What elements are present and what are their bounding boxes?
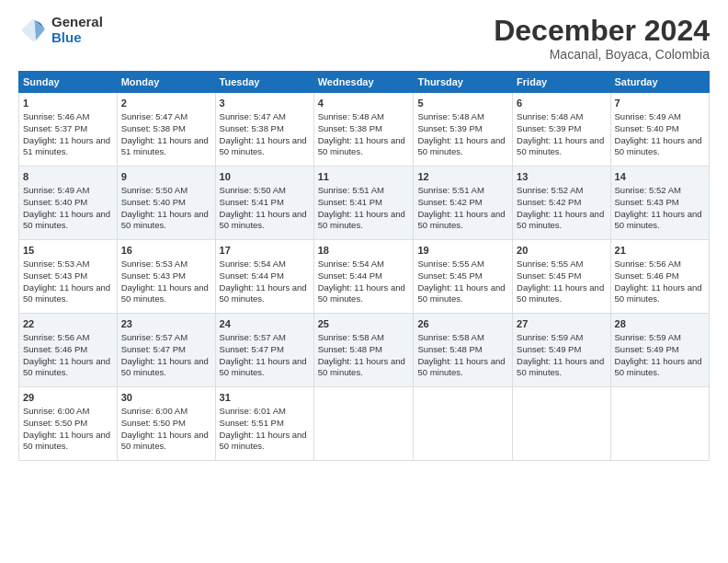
day-number: 16	[121, 244, 211, 258]
sunset-label: Sunset: 5:42 PM	[517, 197, 581, 207]
week-row-4: 22 Sunrise: 5:56 AM Sunset: 5:46 PM Dayl…	[19, 314, 710, 387]
sunset-label: Sunset: 5:40 PM	[121, 197, 186, 207]
calendar-cell: 14 Sunrise: 5:52 AM Sunset: 5:43 PM Dayl…	[610, 167, 709, 240]
daylight-label: Daylight: 11 hours and 50 minutes.	[121, 430, 209, 452]
calendar-cell	[414, 387, 513, 461]
calendar-cell: 23 Sunrise: 5:57 AM Sunset: 5:47 PM Dayl…	[117, 314, 215, 387]
calendar-cell: 24 Sunrise: 5:57 AM Sunset: 5:47 PM Dayl…	[215, 314, 313, 387]
sunset-label: Sunset: 5:37 PM	[23, 123, 87, 133]
day-number: 24	[220, 317, 310, 331]
calendar-cell: 8 Sunrise: 5:49 AM Sunset: 5:40 PM Dayli…	[19, 167, 118, 240]
daylight-label: Daylight: 11 hours and 50 minutes.	[417, 356, 505, 378]
sunrise-label: Sunrise: 5:53 AM	[121, 259, 188, 269]
month-title: December 2024	[494, 15, 710, 47]
day-number: 28	[615, 317, 705, 331]
daylight-label: Daylight: 11 hours and 50 minutes.	[220, 282, 307, 304]
sunrise-label: Sunrise: 5:47 AM	[220, 111, 286, 121]
calendar-cell: 1 Sunrise: 5:46 AM Sunset: 5:37 PM Dayli…	[19, 93, 118, 167]
daylight-label: Daylight: 11 hours and 50 minutes.	[220, 356, 307, 378]
sunset-label: Sunset: 5:48 PM	[417, 344, 482, 354]
calendar-cell: 2 Sunrise: 5:47 AM Sunset: 5:38 PM Dayli…	[117, 93, 215, 167]
day-number: 8	[23, 170, 113, 184]
sunset-label: Sunset: 5:47 PM	[220, 344, 284, 354]
day-number: 4	[318, 97, 410, 110]
logo-general-text: General	[51, 15, 103, 30]
sunrise-label: Sunrise: 5:47 AM	[121, 111, 188, 121]
sunset-label: Sunset: 5:39 PM	[417, 123, 482, 133]
sunset-label: Sunset: 5:51 PM	[220, 418, 284, 428]
title-area: December 2024 Macanal, Boyaca, Colombia	[494, 15, 710, 62]
day-number: 21	[615, 244, 705, 258]
daylight-label: Daylight: 11 hours and 50 minutes.	[23, 430, 110, 452]
calendar-cell: 30 Sunrise: 6:00 AM Sunset: 5:50 PM Dayl…	[117, 387, 215, 461]
sunrise-label: Sunrise: 5:52 AM	[517, 185, 583, 195]
daylight-label: Daylight: 11 hours and 50 minutes.	[615, 135, 702, 157]
daylight-label: Daylight: 11 hours and 51 minutes.	[23, 135, 110, 157]
sunset-label: Sunset: 5:44 PM	[220, 270, 284, 281]
sunrise-label: Sunrise: 5:58 AM	[417, 332, 483, 342]
sunset-label: Sunset: 5:39 PM	[517, 123, 581, 133]
col-sunday: Sunday	[19, 72, 118, 93]
day-number: 14	[615, 170, 705, 184]
day-number: 12	[417, 170, 508, 184]
calendar-cell: 19 Sunrise: 5:55 AM Sunset: 5:45 PM Dayl…	[414, 240, 513, 314]
sunset-label: Sunset: 5:43 PM	[615, 197, 679, 207]
day-number: 17	[220, 244, 310, 258]
sunset-label: Sunset: 5:40 PM	[23, 197, 87, 207]
calendar-cell: 10 Sunrise: 5:50 AM Sunset: 5:41 PM Dayl…	[215, 167, 313, 240]
location: Macanal, Boyaca, Colombia	[494, 47, 710, 62]
calendar-cell	[513, 387, 610, 461]
calendar-cell: 9 Sunrise: 5:50 AM Sunset: 5:40 PM Dayli…	[117, 167, 215, 240]
calendar-header: Sunday Monday Tuesday Wednesday Thursday…	[19, 72, 710, 93]
day-number: 11	[318, 170, 410, 184]
page: General Blue December 2024 Macanal, Boya…	[0, 0, 728, 563]
day-number: 19	[417, 244, 508, 258]
sunrise-label: Sunrise: 5:52 AM	[615, 185, 681, 195]
sunrise-label: Sunrise: 5:48 AM	[318, 111, 384, 121]
daylight-label: Daylight: 11 hours and 50 minutes.	[318, 356, 405, 378]
calendar-cell: 15 Sunrise: 5:53 AM Sunset: 5:43 PM Dayl…	[19, 240, 118, 314]
day-number: 29	[23, 391, 113, 405]
sunset-label: Sunset: 5:42 PM	[417, 197, 482, 207]
col-monday: Monday	[117, 72, 215, 93]
calendar-cell: 6 Sunrise: 5:48 AM Sunset: 5:39 PM Dayli…	[513, 93, 610, 167]
calendar-cell: 16 Sunrise: 5:53 AM Sunset: 5:43 PM Dayl…	[117, 240, 215, 314]
sunset-label: Sunset: 5:38 PM	[318, 123, 382, 133]
week-row-1: 1 Sunrise: 5:46 AM Sunset: 5:37 PM Dayli…	[19, 93, 710, 167]
sunrise-label: Sunrise: 5:57 AM	[220, 332, 286, 342]
daylight-label: Daylight: 11 hours and 50 minutes.	[318, 209, 405, 231]
sunrise-label: Sunrise: 5:54 AM	[318, 259, 384, 269]
calendar-cell: 5 Sunrise: 5:48 AM Sunset: 5:39 PM Dayli…	[414, 93, 513, 167]
daylight-label: Daylight: 11 hours and 50 minutes.	[517, 209, 604, 231]
calendar-cell: 29 Sunrise: 6:00 AM Sunset: 5:50 PM Dayl…	[19, 387, 118, 461]
calendar-cell: 21 Sunrise: 5:56 AM Sunset: 5:46 PM Dayl…	[610, 240, 709, 314]
sunrise-label: Sunrise: 5:59 AM	[517, 332, 583, 342]
calendar-cell: 18 Sunrise: 5:54 AM Sunset: 5:44 PM Dayl…	[313, 240, 414, 314]
daylight-label: Daylight: 11 hours and 50 minutes.	[121, 282, 209, 304]
day-number: 27	[517, 317, 606, 331]
sunset-label: Sunset: 5:47 PM	[121, 344, 186, 354]
sunrise-label: Sunrise: 5:58 AM	[318, 332, 384, 342]
calendar-cell: 22 Sunrise: 5:56 AM Sunset: 5:46 PM Dayl…	[19, 314, 118, 387]
sunrise-label: Sunrise: 5:54 AM	[220, 259, 286, 269]
calendar-cell: 27 Sunrise: 5:59 AM Sunset: 5:49 PM Dayl…	[513, 314, 610, 387]
col-thursday: Thursday	[414, 72, 513, 93]
sunrise-label: Sunrise: 5:49 AM	[615, 111, 681, 121]
sunset-label: Sunset: 5:43 PM	[23, 270, 87, 281]
calendar-cell: 25 Sunrise: 5:58 AM Sunset: 5:48 PM Dayl…	[313, 314, 414, 387]
sunrise-label: Sunrise: 6:00 AM	[121, 406, 188, 416]
sunset-label: Sunset: 5:46 PM	[615, 270, 679, 281]
calendar-cell	[610, 387, 709, 461]
sunset-label: Sunset: 5:49 PM	[517, 344, 581, 354]
sunrise-label: Sunrise: 6:01 AM	[220, 406, 286, 416]
calendar-table: Sunday Monday Tuesday Wednesday Thursday…	[18, 71, 710, 461]
daylight-label: Daylight: 11 hours and 50 minutes.	[615, 282, 702, 304]
logo-blue-text: Blue	[51, 30, 103, 46]
daylight-label: Daylight: 11 hours and 50 minutes.	[615, 356, 702, 378]
day-number: 3	[220, 97, 310, 110]
daylight-label: Daylight: 11 hours and 50 minutes.	[517, 356, 604, 378]
day-number: 26	[417, 317, 508, 331]
day-number: 2	[121, 97, 211, 110]
sunset-label: Sunset: 5:40 PM	[615, 123, 679, 133]
calendar-cell: 4 Sunrise: 5:48 AM Sunset: 5:38 PM Dayli…	[313, 93, 414, 167]
